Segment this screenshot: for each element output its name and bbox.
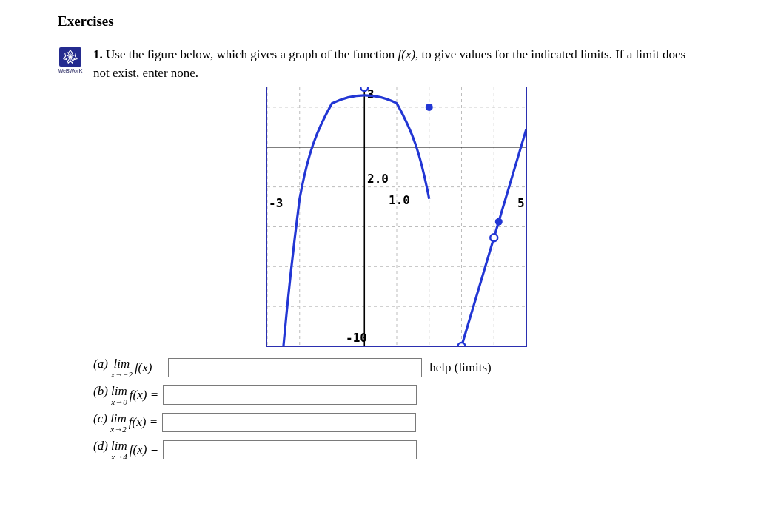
help-limits-link[interactable]: help (limits) bbox=[429, 360, 492, 375]
part-d: (d) limx→4 f(x) = bbox=[93, 439, 700, 461]
answer-input-a[interactable] bbox=[168, 358, 422, 377]
answer-input-b[interactable] bbox=[163, 385, 417, 405]
part-a: (a) limx→−2 f(x) = help (limits) bbox=[93, 357, 700, 379]
closed-point bbox=[426, 104, 433, 111]
axis-tick: -10 bbox=[346, 331, 367, 345]
answer-input-c[interactable] bbox=[162, 413, 416, 432]
axis-tick: 1.0 bbox=[389, 193, 410, 207]
closed-point bbox=[495, 218, 503, 226]
open-point bbox=[490, 235, 497, 242]
answer-input-d[interactable] bbox=[163, 440, 417, 459]
part-b: (b) limx→0 f(x) = bbox=[93, 384, 700, 406]
axis-tick: 5 bbox=[517, 196, 525, 210]
graph: 3 2.0 1.0 -3 5 -10 bbox=[93, 87, 700, 351]
open-point bbox=[360, 87, 368, 91]
axis-tick: 2.0 bbox=[367, 172, 389, 186]
part-c: (c) limx→2 f(x) = bbox=[93, 411, 700, 434]
webwork-icon: WeBWorK bbox=[58, 47, 83, 73]
section-title: Exercises bbox=[58, 13, 700, 30]
problem-1: WeBWorK 1. Use the figure below, which g… bbox=[58, 46, 700, 466]
axis-tick: -3 bbox=[269, 196, 283, 210]
open-point bbox=[458, 343, 466, 347]
question-prompt: 1. Use the figure below, which gives a g… bbox=[93, 46, 700, 82]
curve-left bbox=[284, 95, 429, 346]
answer-parts: (a) limx→−2 f(x) = help (limits) (b) lim… bbox=[93, 357, 700, 461]
